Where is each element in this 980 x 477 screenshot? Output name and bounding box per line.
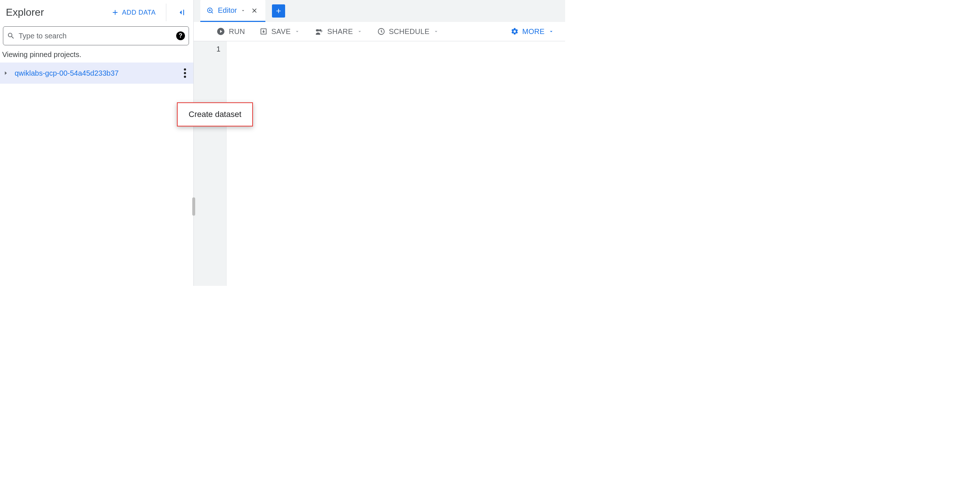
schedule-label: SCHEDULE <box>389 27 430 36</box>
svg-point-4 <box>317 29 319 32</box>
more-button[interactable]: MORE <box>511 27 554 36</box>
share-button[interactable]: SHARE <box>315 27 362 36</box>
project-row[interactable]: qwiklabs-gcp-00-54a45d233b37 <box>0 62 193 84</box>
chevron-down-icon <box>433 29 439 34</box>
main-area: Editor RUN SAVE SHARE <box>194 0 565 286</box>
tab-dropdown-icon[interactable] <box>240 8 246 13</box>
plus-icon <box>111 8 119 16</box>
header-actions: ADD DATA <box>108 4 191 21</box>
code-editor[interactable] <box>227 41 565 286</box>
search-box[interactable]: ? <box>3 26 189 45</box>
run-label: RUN <box>229 27 245 36</box>
line-gutter: 1 <box>194 41 227 286</box>
tabs-bar: Editor <box>194 0 565 22</box>
add-data-label: ADD DATA <box>122 9 156 16</box>
line-number: 1 <box>194 44 220 54</box>
clock-icon <box>377 27 385 35</box>
sidebar-header: Explorer ADD DATA <box>0 0 193 25</box>
chevron-down-icon <box>548 29 554 34</box>
search-input[interactable] <box>19 32 173 40</box>
chevron-down-icon <box>357 29 363 34</box>
help-icon[interactable]: ? <box>176 32 185 40</box>
add-data-button[interactable]: ADD DATA <box>108 6 159 19</box>
project-actions-menu-button[interactable] <box>182 66 188 80</box>
save-label: SAVE <box>271 27 291 36</box>
search-icon <box>7 32 15 40</box>
run-button[interactable]: RUN <box>216 27 245 36</box>
tab-close-button[interactable] <box>249 5 259 16</box>
svg-line-1 <box>212 12 213 13</box>
save-button[interactable]: SAVE <box>259 27 300 36</box>
play-icon <box>216 27 225 36</box>
explorer-title: Explorer <box>6 6 44 18</box>
new-tab-button[interactable] <box>272 5 285 17</box>
create-dataset-menu-item[interactable]: Create dataset <box>178 103 252 126</box>
sidebar-scrollbar[interactable] <box>192 197 195 216</box>
project-context-menu: Create dataset <box>177 102 253 126</box>
tab-editor[interactable]: Editor <box>200 0 266 22</box>
project-name: qwiklabs-gcp-00-54a45d233b37 <box>14 69 119 78</box>
explorer-sidebar: Explorer ADD DATA ? Viewing pinned proje… <box>0 0 194 286</box>
gear-icon <box>511 27 519 35</box>
close-icon <box>251 7 258 14</box>
share-label: SHARE <box>327 27 353 36</box>
project-left: qwiklabs-gcp-00-54a45d233b37 <box>3 69 119 78</box>
collapse-sidebar-button[interactable] <box>173 5 191 19</box>
editor-toolbar: RUN SAVE SHARE SCHEDULE MORE <box>194 22 565 41</box>
search-wrap: ? <box>0 25 193 47</box>
chevron-down-icon <box>294 29 300 34</box>
viewing-pinned-text: Viewing pinned projects. <box>0 47 193 62</box>
tab-editor-label: Editor <box>218 6 237 14</box>
caret-right-icon <box>3 70 9 76</box>
collapse-icon <box>177 8 187 17</box>
share-icon <box>315 27 323 36</box>
editor-area: 1 <box>194 41 565 286</box>
more-label: MORE <box>522 27 545 36</box>
plus-icon <box>275 7 282 14</box>
header-divider <box>166 4 166 21</box>
save-icon <box>259 27 267 35</box>
schedule-button[interactable]: SCHEDULE <box>377 27 439 36</box>
query-icon <box>206 6 214 14</box>
